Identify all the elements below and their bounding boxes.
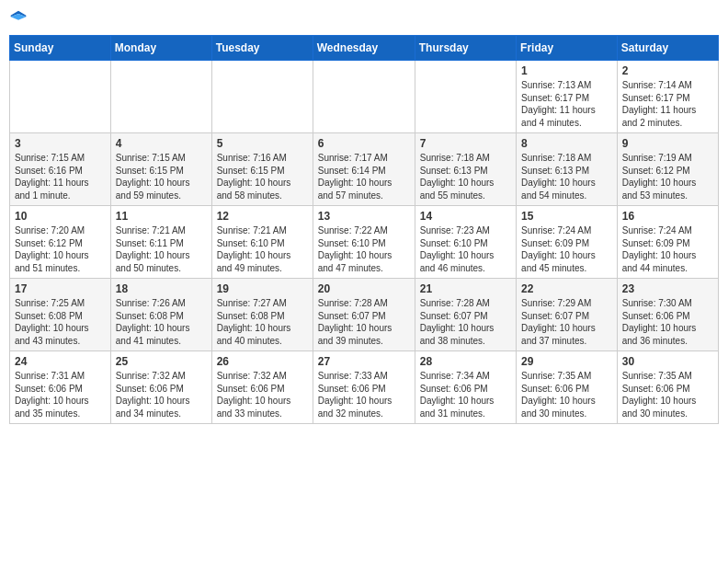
day-info: Sunrise: 7:26 AM Sunset: 6:08 PM Dayligh… [116,297,207,347]
day-info: Sunrise: 7:35 AM Sunset: 6:06 PM Dayligh… [622,370,713,419]
day-number: 9 [622,137,713,150]
calendar-cell: 19Sunrise: 7:27 AM Sunset: 6:08 PM Dayli… [211,279,313,351]
calendar-week-row: 24Sunrise: 7:31 AM Sunset: 6:06 PM Dayli… [10,351,719,424]
day-info: Sunrise: 7:34 AM Sunset: 6:06 PM Dayligh… [420,370,511,419]
calendar-cell: 23Sunrise: 7:30 AM Sunset: 6:06 PM Dayli… [617,279,718,351]
calendar-cell: 14Sunrise: 7:23 AM Sunset: 6:10 PM Dayli… [415,206,516,279]
calendar-cell: 27Sunrise: 7:33 AM Sunset: 6:06 PM Dayli… [313,351,415,424]
calendar-week-row: 17Sunrise: 7:25 AM Sunset: 6:08 PM Dayli… [10,279,719,351]
day-number: 16 [622,210,713,223]
calendar-cell: 11Sunrise: 7:21 AM Sunset: 6:11 PM Dayli… [110,206,211,279]
day-number: 18 [116,282,207,295]
weekday-header: Sunday [10,36,111,61]
day-info: Sunrise: 7:18 AM Sunset: 6:13 PM Dayligh… [420,152,511,201]
day-info: Sunrise: 7:24 AM Sunset: 6:09 PM Dayligh… [521,224,612,274]
calendar-cell: 29Sunrise: 7:35 AM Sunset: 6:06 PM Dayli… [517,351,618,424]
day-number: 14 [420,210,511,223]
day-number: 3 [15,137,106,150]
calendar-cell: 24Sunrise: 7:31 AM Sunset: 6:06 PM Dayli… [10,351,111,424]
weekday-header: Saturday [617,36,718,61]
calendar-cell: 17Sunrise: 7:25 AM Sunset: 6:08 PM Dayli… [10,279,111,351]
day-number: 27 [318,355,410,368]
day-info: Sunrise: 7:21 AM Sunset: 6:10 PM Dayligh… [217,224,308,274]
calendar-week-row: 1Sunrise: 7:13 AM Sunset: 6:17 PM Daylig… [10,61,719,133]
day-number: 7 [420,137,511,150]
day-number: 6 [318,137,410,150]
weekday-header: Tuesday [211,36,313,61]
day-number: 19 [217,282,308,295]
day-info: Sunrise: 7:20 AM Sunset: 6:12 PM Dayligh… [15,224,106,274]
calendar-cell: 12Sunrise: 7:21 AM Sunset: 6:10 PM Dayli… [211,206,313,279]
day-number: 28 [420,355,511,368]
calendar-cell: 15Sunrise: 7:24 AM Sunset: 6:09 PM Dayli… [517,206,618,279]
weekday-header: Wednesday [313,36,415,61]
calendar-cell: 8Sunrise: 7:18 AM Sunset: 6:13 PM Daylig… [517,133,618,206]
calendar-cell: 4Sunrise: 7:15 AM Sunset: 6:15 PM Daylig… [110,133,211,206]
day-number: 5 [217,137,308,150]
calendar-cell: 3Sunrise: 7:15 AM Sunset: 6:16 PM Daylig… [10,133,111,206]
day-number: 25 [116,355,207,368]
day-info: Sunrise: 7:28 AM Sunset: 6:07 PM Dayligh… [318,297,410,347]
day-info: Sunrise: 7:35 AM Sunset: 6:06 PM Dayligh… [521,370,612,419]
calendar-cell: 2Sunrise: 7:14 AM Sunset: 6:17 PM Daylig… [617,61,718,133]
calendar-cell: 30Sunrise: 7:35 AM Sunset: 6:06 PM Dayli… [617,351,718,424]
day-info: Sunrise: 7:19 AM Sunset: 6:12 PM Dayligh… [622,152,713,201]
day-info: Sunrise: 7:25 AM Sunset: 6:08 PM Dayligh… [15,297,106,347]
day-number: 1 [521,64,612,77]
day-number: 24 [15,355,106,368]
day-number: 13 [318,210,410,223]
calendar-cell: 21Sunrise: 7:28 AM Sunset: 6:07 PM Dayli… [415,279,516,351]
calendar-cell [110,61,211,133]
calendar-cell: 9Sunrise: 7:19 AM Sunset: 6:12 PM Daylig… [617,133,718,206]
day-info: Sunrise: 7:33 AM Sunset: 6:06 PM Dayligh… [318,370,410,419]
calendar-cell: 6Sunrise: 7:17 AM Sunset: 6:14 PM Daylig… [313,133,415,206]
day-info: Sunrise: 7:16 AM Sunset: 6:15 PM Dayligh… [217,152,308,201]
calendar-table: SundayMondayTuesdayWednesdayThursdayFrid… [9,35,719,424]
day-info: Sunrise: 7:32 AM Sunset: 6:06 PM Dayligh… [217,370,308,419]
calendar-cell [313,61,415,133]
day-info: Sunrise: 7:30 AM Sunset: 6:06 PM Dayligh… [622,297,713,347]
calendar-cell: 16Sunrise: 7:24 AM Sunset: 6:09 PM Dayli… [617,206,718,279]
day-info: Sunrise: 7:27 AM Sunset: 6:08 PM Dayligh… [217,297,308,347]
day-info: Sunrise: 7:13 AM Sunset: 6:17 PM Dayligh… [521,79,612,129]
day-info: Sunrise: 7:29 AM Sunset: 6:07 PM Dayligh… [521,297,612,347]
calendar-cell: 26Sunrise: 7:32 AM Sunset: 6:06 PM Dayli… [211,351,313,424]
day-number: 26 [217,355,308,368]
day-info: Sunrise: 7:18 AM Sunset: 6:13 PM Dayligh… [521,152,612,201]
day-number: 15 [521,210,612,223]
day-number: 11 [116,210,207,223]
logo-icon [9,9,28,28]
day-number: 2 [622,64,713,77]
day-number: 22 [521,282,612,295]
day-info: Sunrise: 7:22 AM Sunset: 6:10 PM Dayligh… [318,224,410,274]
day-info: Sunrise: 7:31 AM Sunset: 6:06 PM Dayligh… [15,370,106,419]
calendar-cell: 22Sunrise: 7:29 AM Sunset: 6:07 PM Dayli… [517,279,618,351]
day-info: Sunrise: 7:14 AM Sunset: 6:17 PM Dayligh… [622,79,713,129]
day-info: Sunrise: 7:32 AM Sunset: 6:06 PM Dayligh… [116,370,207,419]
weekday-header: Friday [517,36,618,61]
day-number: 17 [15,282,106,295]
day-number: 30 [622,355,713,368]
day-info: Sunrise: 7:15 AM Sunset: 6:15 PM Dayligh… [116,152,207,201]
calendar-cell: 20Sunrise: 7:28 AM Sunset: 6:07 PM Dayli… [313,279,415,351]
day-number: 29 [521,355,612,368]
day-info: Sunrise: 7:24 AM Sunset: 6:09 PM Dayligh… [622,224,713,274]
day-number: 21 [420,282,511,295]
day-info: Sunrise: 7:21 AM Sunset: 6:11 PM Dayligh… [116,224,207,274]
calendar-cell: 25Sunrise: 7:32 AM Sunset: 6:06 PM Dayli… [110,351,211,424]
day-number: 4 [116,137,207,150]
calendar-cell [415,61,516,133]
day-info: Sunrise: 7:15 AM Sunset: 6:16 PM Dayligh… [15,152,106,201]
calendar-cell [10,61,111,133]
day-number: 12 [217,210,308,223]
calendar-cell: 10Sunrise: 7:20 AM Sunset: 6:12 PM Dayli… [10,206,111,279]
day-number: 20 [318,282,410,295]
calendar-cell: 7Sunrise: 7:18 AM Sunset: 6:13 PM Daylig… [415,133,516,206]
day-info: Sunrise: 7:23 AM Sunset: 6:10 PM Dayligh… [420,224,511,274]
calendar-cell: 28Sunrise: 7:34 AM Sunset: 6:06 PM Dayli… [415,351,516,424]
day-number: 8 [521,137,612,150]
calendar-week-row: 10Sunrise: 7:20 AM Sunset: 6:12 PM Dayli… [10,206,719,279]
calendar-header-row: SundayMondayTuesdayWednesdayThursdayFrid… [10,36,719,61]
calendar-cell [211,61,313,133]
day-info: Sunrise: 7:28 AM Sunset: 6:07 PM Dayligh… [420,297,511,347]
